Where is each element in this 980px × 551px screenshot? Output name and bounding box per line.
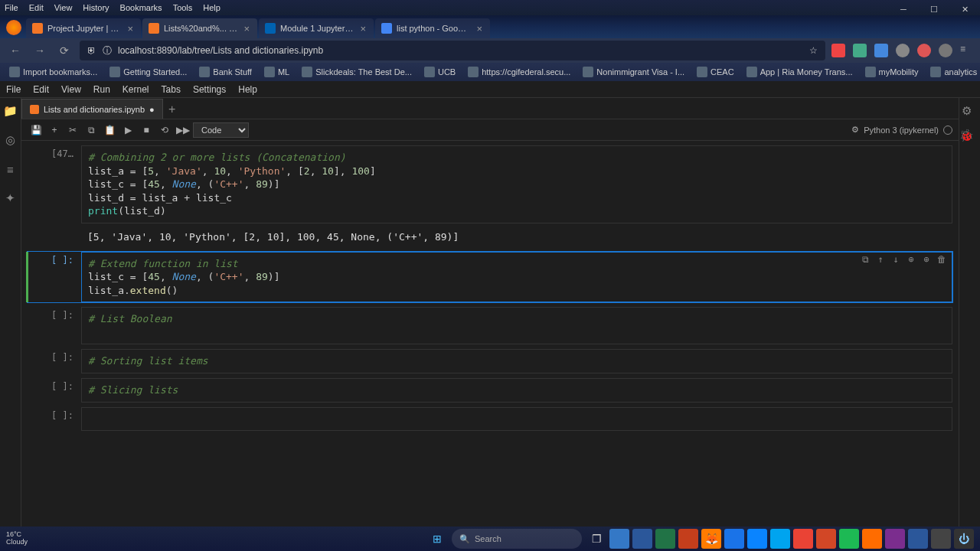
taskbar-app[interactable] bbox=[793, 529, 813, 549]
cell-editor[interactable] bbox=[81, 407, 952, 432]
cut-button[interactable]: ✂ bbox=[64, 122, 81, 139]
extension-icon[interactable]: ✦ bbox=[4, 191, 18, 205]
menu-tools[interactable]: Tools bbox=[173, 3, 193, 12]
menu-bookmarks[interactable]: Bookmarks bbox=[120, 3, 162, 12]
taskbar-app[interactable] bbox=[655, 529, 675, 549]
move-up-icon[interactable]: ↑ bbox=[875, 254, 886, 265]
notebook-tab[interactable]: Lists and dictionaries.ipynb ● bbox=[21, 99, 163, 119]
close-tab-icon[interactable]: × bbox=[126, 23, 135, 34]
taskbar-app[interactable] bbox=[839, 529, 859, 549]
property-inspector-icon[interactable]: ⚙ bbox=[959, 104, 973, 118]
delete-cell-icon[interactable]: 🗑 bbox=[936, 254, 947, 265]
ext-icon[interactable] bbox=[917, 44, 931, 57]
taskbar-app[interactable] bbox=[770, 529, 790, 549]
menu-history[interactable]: History bbox=[83, 3, 109, 12]
jp-menu-file[interactable]: File bbox=[6, 84, 21, 95]
copy-button[interactable]: ⧉ bbox=[83, 122, 100, 139]
browser-tab[interactable]: Project Jupyter | Home× bbox=[26, 18, 141, 38]
jp-menu-tabs[interactable]: Tabs bbox=[162, 84, 181, 95]
fast-forward-button[interactable]: ▶▶ bbox=[175, 122, 191, 139]
back-button[interactable]: ← bbox=[6, 41, 24, 60]
running-icon[interactable]: ◎ bbox=[4, 133, 18, 147]
bookmark-item[interactable]: Nonimmigrant Visa - I... bbox=[578, 65, 689, 79]
forward-button[interactable]: → bbox=[31, 41, 49, 60]
cell-editor[interactable]: # Combining 2 or more lists (Concatenati… bbox=[81, 145, 952, 223]
bookmark-item[interactable]: analytics bbox=[926, 65, 980, 79]
code-cell[interactable]: [ ]:# Slicing lists bbox=[28, 378, 952, 403]
paste-button[interactable]: 📋 bbox=[101, 122, 118, 139]
bookmark-item[interactable]: App | Ria Money Trans... bbox=[742, 65, 858, 79]
folder-icon[interactable]: 📁 bbox=[4, 104, 18, 118]
start-button[interactable]: ⊞ bbox=[427, 529, 447, 549]
menu-help[interactable]: Help bbox=[203, 3, 220, 12]
taskbar-app[interactable] bbox=[908, 529, 928, 549]
menu-view[interactable]: View bbox=[54, 3, 73, 12]
bookmark-item[interactable]: https://cgifederal.secu... bbox=[463, 65, 575, 79]
move-down-icon[interactable]: ↓ bbox=[890, 254, 901, 265]
taskbar-app[interactable] bbox=[609, 529, 629, 549]
bookmark-item[interactable]: ML bbox=[260, 65, 294, 79]
bookmark-item[interactable]: myMobility bbox=[861, 65, 923, 79]
window-maximize-icon[interactable]: ☐ bbox=[919, 2, 949, 17]
taskbar-app[interactable] bbox=[747, 529, 767, 549]
cell-editor[interactable]: # List Boolean bbox=[81, 307, 952, 344]
jp-menu-settings[interactable]: Settings bbox=[193, 84, 226, 95]
code-cell[interactable]: [ ]:# Extend function in listlist_c = [4… bbox=[28, 252, 952, 303]
cell-type-select[interactable]: Code bbox=[193, 122, 249, 138]
weather-widget[interactable]: 16°C Cloudy bbox=[6, 531, 28, 546]
bookmark-item[interactable]: Slickdeals: The Best De... bbox=[297, 65, 416, 79]
kernel-name[interactable]: Python 3 (ipykernel) bbox=[864, 126, 939, 135]
ext-icon[interactable] bbox=[831, 44, 845, 57]
cell-editor[interactable]: # Sorting list items bbox=[81, 349, 952, 373]
ext-icon[interactable] bbox=[853, 44, 867, 57]
bookmark-item[interactable]: Getting Started... bbox=[105, 65, 191, 79]
taskbar-app[interactable] bbox=[816, 529, 836, 549]
menu-edit[interactable]: Edit bbox=[29, 3, 44, 12]
bookmark-item[interactable]: UCB bbox=[420, 65, 460, 79]
code-cell[interactable]: [ ]: bbox=[28, 407, 952, 432]
taskbar-app[interactable] bbox=[931, 529, 951, 549]
jp-menu-kernel[interactable]: Kernel bbox=[122, 84, 149, 95]
jp-menu-view[interactable]: View bbox=[61, 84, 81, 95]
taskbar-app[interactable] bbox=[885, 529, 905, 549]
insert-above-icon[interactable]: ⊕ bbox=[906, 254, 916, 265]
taskbar-app[interactable] bbox=[862, 529, 882, 549]
cell-editor[interactable]: # Slicing lists bbox=[81, 378, 952, 403]
close-tab-icon[interactable]: × bbox=[475, 23, 484, 34]
ext-icon[interactable] bbox=[896, 44, 910, 57]
browser-tab[interactable]: Lists%20and%... - JupyterLab× bbox=[142, 18, 257, 38]
browser-tab[interactable]: list python - Google Search× bbox=[375, 18, 490, 38]
save-button[interactable]: 💾 bbox=[28, 122, 44, 139]
bookmark-item[interactable]: Import bookmarks... bbox=[5, 65, 102, 79]
debugger-icon[interactable]: 🐞 bbox=[959, 129, 973, 142]
ext-icon[interactable] bbox=[939, 44, 952, 57]
new-tab-button[interactable]: + bbox=[163, 100, 181, 119]
jp-menu-run[interactable]: Run bbox=[93, 84, 110, 95]
add-cell-button[interactable]: + bbox=[46, 122, 63, 139]
taskbar-app[interactable] bbox=[632, 529, 652, 549]
browser-tab[interactable]: Module 1 Jupyter Notebooks× bbox=[259, 18, 374, 38]
code-cell[interactable]: [47…# Combining 2 or more lists (Concate… bbox=[28, 145, 952, 223]
window-close-icon[interactable]: ✕ bbox=[949, 2, 980, 17]
notebook-body[interactable]: [47…# Combining 2 or more lists (Concate… bbox=[21, 141, 959, 527]
taskbar-app[interactable] bbox=[724, 529, 744, 549]
duplicate-icon[interactable]: ⧉ bbox=[860, 254, 871, 265]
bookmark-item[interactable]: Bank Stuff bbox=[194, 65, 256, 79]
run-button[interactable]: ▶ bbox=[119, 122, 136, 139]
restart-button[interactable]: ⟲ bbox=[156, 122, 173, 139]
taskbar-search[interactable]: 🔍 Search bbox=[452, 529, 582, 549]
taskbar-app[interactable] bbox=[678, 529, 698, 549]
menu-file[interactable]: File bbox=[5, 3, 18, 12]
bookmark-item[interactable]: CEAC bbox=[692, 65, 739, 79]
close-tab-icon[interactable]: × bbox=[242, 23, 251, 34]
jp-menu-edit[interactable]: Edit bbox=[33, 84, 49, 95]
code-cell[interactable]: [ ]:# Sorting list items bbox=[28, 349, 952, 373]
toc-icon[interactable]: ≡ bbox=[4, 162, 18, 176]
insert-below-icon[interactable]: ⊕ bbox=[921, 254, 932, 265]
task-view-icon[interactable]: ❐ bbox=[586, 529, 606, 549]
stop-button[interactable]: ■ bbox=[138, 122, 155, 139]
jp-menu-help[interactable]: Help bbox=[238, 84, 257, 95]
notebook-trusted-icon[interactable]: ⚙ bbox=[851, 125, 859, 135]
reload-button[interactable]: ⟳ bbox=[55, 41, 74, 60]
hamburger-icon[interactable]: ≡ bbox=[960, 44, 974, 57]
